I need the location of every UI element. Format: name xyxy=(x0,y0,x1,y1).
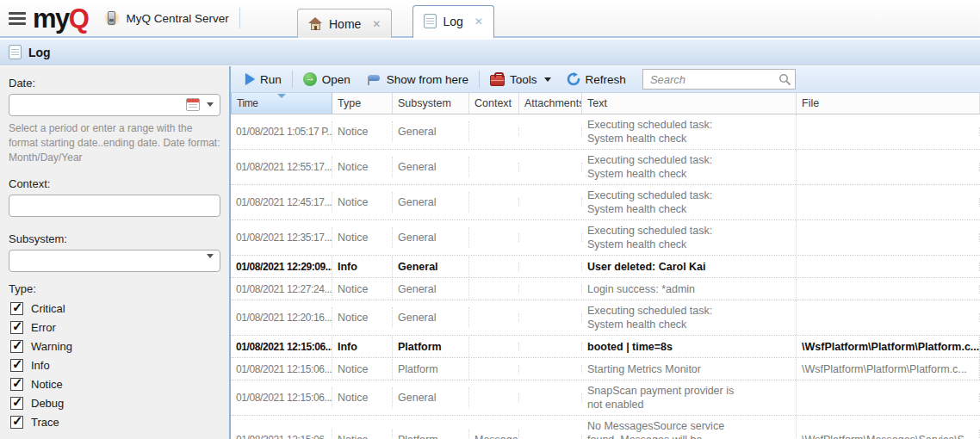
cell-type: Notice xyxy=(332,157,393,177)
checkbox-icon[interactable] xyxy=(10,321,23,334)
column-header-type[interactable]: Type xyxy=(332,93,393,114)
cell-file: \WsfPlatform\Platform\Platform.c... xyxy=(797,359,980,380)
search-input[interactable] xyxy=(642,69,796,90)
tab-log-label: Log xyxy=(443,15,462,28)
close-icon[interactable] xyxy=(372,19,381,29)
column-header-label: Text xyxy=(587,97,607,109)
log-row[interactable]: 01/08/2021 12:29:09...InfoGeneralUser de… xyxy=(231,256,980,278)
log-row[interactable]: 01/08/2021 12:15:06...NoticePlatformMess… xyxy=(231,416,980,439)
cell-attachments xyxy=(519,393,582,402)
cell-type: Notice xyxy=(332,307,393,328)
chevron-down-icon[interactable] xyxy=(207,102,214,107)
cell-attachments xyxy=(519,365,582,374)
cell-time: 01/08/2021 12:45:17... xyxy=(231,192,332,213)
log-row[interactable]: 01/08/2021 12:15:06...InfoPlatformbooted… xyxy=(231,336,980,358)
cell-file xyxy=(797,263,980,271)
column-header-label: Context xyxy=(474,97,512,109)
checkbox-icon[interactable] xyxy=(10,397,23,410)
type-checkbox[interactable]: Trace xyxy=(10,416,220,429)
close-icon[interactable] xyxy=(474,16,483,27)
type-checkbox[interactable]: Notice xyxy=(10,378,220,391)
cell-context xyxy=(469,365,519,374)
cell-text: No MessagesSource service found. Message… xyxy=(582,416,797,439)
log-row[interactable]: 01/08/2021 12:15:06...NoticeGeneralSnapS… xyxy=(231,380,980,416)
cell-file xyxy=(797,127,980,136)
run-button[interactable]: Run xyxy=(238,66,289,92)
cell-file: \WsfPlatform\Platform\Platform.c... xyxy=(797,337,980,357)
cell-text: Starting Metrics Monitor xyxy=(582,359,797,380)
chevron-down-icon xyxy=(544,77,551,82)
type-checkbox[interactable]: Error xyxy=(10,321,220,334)
type-checkbox-list: Critical Error Warning Info Notice Debug… xyxy=(9,302,220,429)
cell-attachments xyxy=(519,263,582,271)
cell-text: Executing scheduled task: System health … xyxy=(582,300,797,335)
show-from-here-button[interactable]: Show from here xyxy=(358,66,476,92)
flag-icon xyxy=(366,73,381,85)
column-header-attachments[interactable]: Attachments xyxy=(519,93,582,114)
show-from-here-label: Show from here xyxy=(387,73,468,86)
cell-time: 01/08/2021 1:05:17 P... xyxy=(231,121,332,142)
calendar-icon[interactable] xyxy=(186,98,200,111)
log-row[interactable]: 01/08/2021 12:55:17...NoticeGeneralExecu… xyxy=(231,150,980,185)
column-header-time[interactable]: Time xyxy=(231,93,332,114)
column-header-file[interactable]: File xyxy=(797,93,980,114)
cell-text: booted | time=8s xyxy=(582,337,797,357)
tab-log[interactable]: Log xyxy=(412,5,493,38)
checkbox-icon[interactable] xyxy=(10,359,23,372)
cell-text: Executing scheduled task: System health … xyxy=(582,220,797,255)
cell-attachments xyxy=(519,198,582,207)
page-title: Log xyxy=(28,46,51,59)
cell-file xyxy=(797,163,980,171)
search-icon[interactable] xyxy=(778,73,791,85)
page-header: Log xyxy=(0,40,980,65)
tab-strip: Home Log xyxy=(297,5,494,38)
cell-subsystem: Platform xyxy=(393,337,469,357)
log-row[interactable]: 01/08/2021 12:45:17...NoticeGeneralExecu… xyxy=(231,185,980,220)
cell-subsystem: General xyxy=(393,257,469,277)
cell-time: 01/08/2021 12:35:17... xyxy=(231,227,332,248)
cell-attachments xyxy=(519,313,582,322)
type-checkbox[interactable]: Debug xyxy=(10,397,220,410)
checkbox-icon[interactable] xyxy=(10,416,23,429)
open-button[interactable]: Open xyxy=(295,66,358,92)
run-icon xyxy=(245,73,255,85)
log-row[interactable]: 01/08/2021 12:15:06...NoticePlatformStar… xyxy=(231,358,980,380)
refresh-button[interactable]: Refresh xyxy=(559,66,634,92)
subsystem-select[interactable] xyxy=(9,250,220,272)
checkbox-icon[interactable] xyxy=(10,340,23,353)
open-button-label: Open xyxy=(322,73,350,86)
column-header-label: Subsystem xyxy=(398,97,451,109)
log-row[interactable]: 01/08/2021 1:05:17 P...NoticeGeneralExec… xyxy=(231,114,980,150)
cell-file xyxy=(797,285,980,294)
context-input[interactable] xyxy=(9,195,220,217)
type-checkbox[interactable]: Warning xyxy=(10,340,220,353)
log-toolbar: Run Open Show from here Tools Refresh xyxy=(231,66,980,93)
date-label: Date: xyxy=(9,77,220,90)
type-checkbox[interactable]: Critical xyxy=(10,302,220,315)
checkbox-icon[interactable] xyxy=(10,378,23,391)
column-header-subsystem[interactable]: Subsystem xyxy=(393,93,469,114)
log-row[interactable]: 01/08/2021 12:35:17...NoticeGeneralExecu… xyxy=(231,220,980,256)
cell-context: Messages xyxy=(469,430,519,439)
cell-time: 01/08/2021 12:15:06... xyxy=(231,337,332,357)
log-row[interactable]: 01/08/2021 12:27:24...NoticeGeneralLogin… xyxy=(231,278,980,300)
log-row[interactable]: 01/08/2021 12:20:16...NoticeGeneralExecu… xyxy=(231,300,980,336)
cell-attachments xyxy=(519,436,582,439)
tools-button[interactable]: Tools xyxy=(482,66,559,92)
cell-text: Executing scheduled task: System health … xyxy=(582,185,797,220)
hamburger-menu-icon[interactable] xyxy=(9,12,26,25)
cell-attachments xyxy=(519,343,582,351)
tab-home[interactable]: Home xyxy=(297,9,392,38)
cell-time: 01/08/2021 12:29:09... xyxy=(231,257,332,277)
chevron-down-icon[interactable] xyxy=(207,254,214,258)
subsystem-label: Subsystem: xyxy=(9,232,220,245)
cell-file: \WsfPlatform\Messages\Service\S... xyxy=(797,430,980,439)
cell-subsystem: Platform xyxy=(393,430,469,439)
toolbar-separator xyxy=(479,71,480,88)
cell-type: Notice xyxy=(332,387,393,408)
column-header-context[interactable]: Context xyxy=(469,93,519,114)
cell-text: Login success: *admin xyxy=(582,279,797,300)
type-checkbox[interactable]: Info xyxy=(10,359,220,372)
checkbox-icon[interactable] xyxy=(10,302,23,315)
column-header-text[interactable]: Text xyxy=(582,93,797,114)
